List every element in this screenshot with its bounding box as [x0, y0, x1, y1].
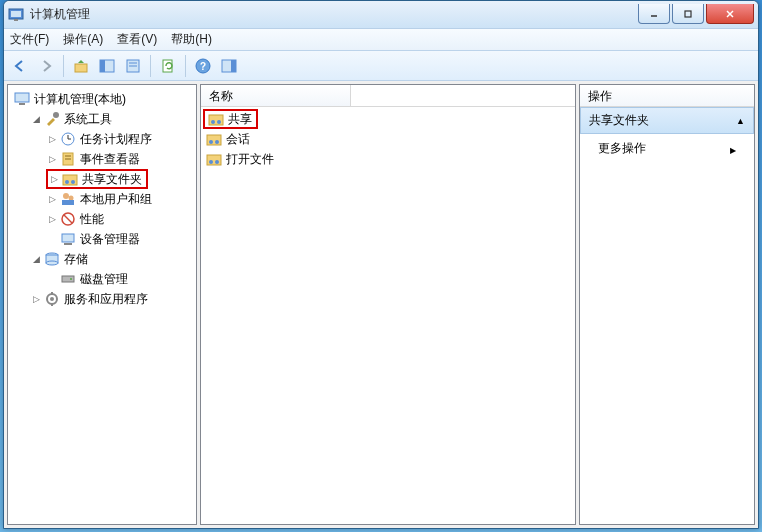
refresh-button[interactable] — [156, 54, 180, 78]
actions-pane: 操作 共享文件夹 ▲ 更多操作 — [579, 84, 755, 525]
list-item-label: 共享 — [228, 111, 252, 128]
tree-label: 本地用户和组 — [78, 191, 154, 208]
svg-rect-13 — [163, 60, 172, 72]
forward-button[interactable] — [34, 54, 58, 78]
menu-view[interactable]: 查看(V) — [117, 31, 157, 48]
back-button[interactable] — [8, 54, 32, 78]
svg-rect-18 — [15, 93, 29, 102]
tree-services-apps[interactable]: ▷ 服务和应用程序 — [30, 289, 194, 309]
tree-task-scheduler[interactable]: ▷ 任务计划程序 — [46, 129, 194, 149]
disk-icon — [60, 271, 76, 287]
shared-folder-icon — [62, 171, 78, 187]
column-name[interactable]: 名称 — [201, 85, 351, 106]
list-header: 名称 — [201, 85, 575, 107]
list-item-open-files[interactable]: 打开文件 — [203, 149, 573, 169]
collapse-icon[interactable]: ◢ — [30, 253, 42, 265]
list-item-label: 会话 — [226, 131, 250, 148]
tree-local-users[interactable]: ▷ 本地用户和组 — [46, 189, 194, 209]
toolbar-separator — [63, 55, 64, 77]
computer-icon — [14, 91, 30, 107]
svg-text:?: ? — [200, 61, 206, 72]
tree-device-manager[interactable]: ▷ 设备管理器 — [46, 229, 194, 249]
maximize-button[interactable] — [672, 4, 704, 24]
expand-icon[interactable]: ▷ — [46, 193, 58, 205]
tree-pane[interactable]: 计算机管理(本地) ◢ 系统工具 ▷ 任务计划程序 ▷ 事件查看器 — [7, 84, 197, 525]
performance-icon — [60, 211, 76, 227]
menu-file[interactable]: 文件(F) — [10, 31, 49, 48]
tree-label: 服务和应用程序 — [62, 291, 150, 308]
svg-rect-2 — [14, 19, 18, 21]
svg-point-53 — [209, 160, 213, 164]
close-button[interactable] — [706, 4, 754, 24]
svg-point-20 — [53, 112, 59, 118]
submenu-arrow-icon — [730, 142, 736, 156]
menu-bar: 文件(F) 操作(A) 查看(V) 帮助(H) — [4, 29, 758, 51]
tree-label: 性能 — [78, 211, 106, 228]
tree-root[interactable]: 计算机管理(本地) — [14, 89, 194, 109]
svg-point-31 — [69, 196, 74, 201]
svg-point-30 — [63, 193, 69, 199]
window-controls — [638, 4, 754, 24]
expand-icon[interactable]: ▷ — [30, 293, 42, 305]
svg-rect-45 — [51, 303, 53, 306]
svg-point-54 — [215, 160, 219, 164]
app-icon — [8, 7, 24, 23]
tree-label: 存储 — [62, 251, 90, 268]
actions-more-label: 更多操作 — [598, 140, 646, 157]
list-item-sessions[interactable]: 会话 — [203, 129, 573, 149]
svg-point-41 — [70, 278, 72, 280]
expand-icon[interactable]: ▷ — [48, 173, 60, 185]
list-item-shares[interactable]: 共享 — [203, 109, 258, 129]
tree-label: 事件查看器 — [78, 151, 142, 168]
svg-point-48 — [217, 120, 221, 124]
actions-more[interactable]: 更多操作 — [580, 134, 754, 163]
show-hide-tree-button[interactable] — [95, 54, 119, 78]
tree-storage[interactable]: ◢ 存储 — [30, 249, 194, 269]
toolbar: ? — [4, 51, 758, 81]
toolbar-separator — [150, 55, 151, 77]
actions-section-title[interactable]: 共享文件夹 ▲ — [580, 107, 754, 134]
svg-point-28 — [65, 180, 69, 184]
tree-label: 磁盘管理 — [78, 271, 130, 288]
help-button[interactable]: ? — [191, 54, 215, 78]
storage-icon — [44, 251, 60, 267]
app-window: 计算机管理 文件(F) 操作(A) 查看(V) 帮助(H) ? 计算机 — [3, 0, 759, 529]
list-pane[interactable]: 名称 共享 会话 打开文件 — [200, 84, 576, 525]
menu-action[interactable]: 操作(A) — [63, 31, 103, 48]
svg-point-43 — [50, 297, 54, 301]
toolbar-separator — [185, 55, 186, 77]
title-bar[interactable]: 计算机管理 — [4, 1, 758, 29]
expand-icon[interactable]: ▷ — [46, 133, 58, 145]
clock-icon — [60, 131, 76, 147]
services-icon — [44, 291, 60, 307]
svg-rect-17 — [231, 60, 236, 72]
svg-rect-35 — [62, 234, 74, 242]
svg-rect-7 — [75, 64, 87, 72]
shared-folder-icon — [206, 151, 222, 167]
svg-rect-9 — [100, 60, 105, 72]
tree-performance[interactable]: ▷ 性能 — [46, 209, 194, 229]
device-icon — [60, 231, 76, 247]
collapse-section-icon[interactable]: ▲ — [736, 116, 745, 126]
actions-header: 操作 — [580, 85, 754, 107]
users-icon — [60, 191, 76, 207]
tree-label: 共享文件夹 — [80, 171, 144, 188]
minimize-button[interactable] — [638, 4, 670, 24]
properties-button[interactable] — [121, 54, 145, 78]
tree-system-tools[interactable]: ◢ 系统工具 — [30, 109, 194, 129]
svg-rect-40 — [62, 276, 74, 282]
expand-icon[interactable]: ▷ — [46, 153, 58, 165]
content-area: 计算机管理(本地) ◢ 系统工具 ▷ 任务计划程序 ▷ 事件查看器 — [4, 81, 758, 528]
svg-point-51 — [215, 140, 219, 144]
show-hide-action-pane-button[interactable] — [217, 54, 241, 78]
tree-event-viewer[interactable]: ▷ 事件查看器 — [46, 149, 194, 169]
expand-icon[interactable]: ▷ — [46, 213, 58, 225]
svg-rect-36 — [64, 243, 72, 245]
tree-shared-folders[interactable]: ▷ 共享文件夹 — [46, 169, 148, 189]
svg-point-47 — [211, 120, 215, 124]
svg-rect-1 — [11, 11, 21, 17]
collapse-icon[interactable]: ◢ — [30, 113, 42, 125]
up-button[interactable] — [69, 54, 93, 78]
menu-help[interactable]: 帮助(H) — [171, 31, 212, 48]
tree-disk-management[interactable]: ▷ 磁盘管理 — [46, 269, 194, 289]
